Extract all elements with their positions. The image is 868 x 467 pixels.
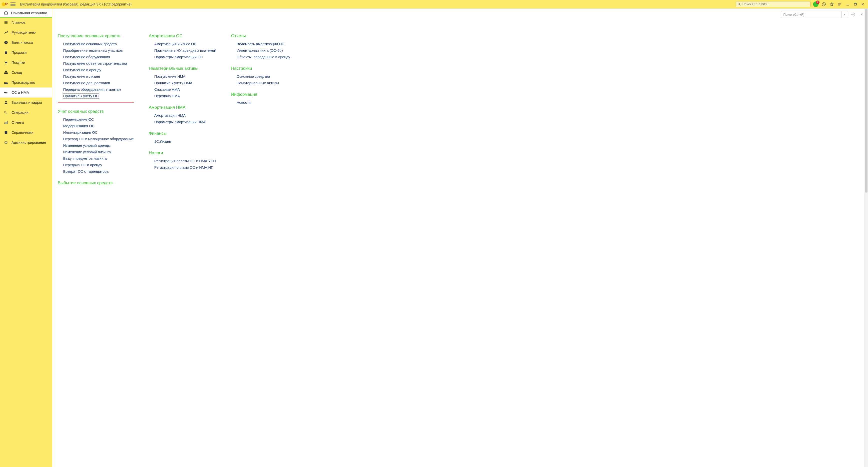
link-item[interactable]: Нематериальные активы xyxy=(237,81,279,85)
close-icon xyxy=(861,2,865,6)
link-list: Основные средстваНематериальные активы xyxy=(231,75,290,85)
link-item[interactable]: Регистрация оплаты ОС и НМА ИП xyxy=(154,166,213,170)
group-heading[interactable]: Информация xyxy=(231,92,290,97)
svg-rect-10 xyxy=(854,3,856,5)
sidebar-item-12[interactable]: Администрирование xyxy=(0,138,52,147)
sidebar-item-8[interactable]: Зарплата и кадры xyxy=(0,97,52,108)
sidebar-item-5[interactable]: Склад xyxy=(0,67,52,78)
link-item[interactable]: Амортизация и износ ОС xyxy=(154,42,196,46)
favorites-button[interactable] xyxy=(829,1,835,7)
svg-rect-20 xyxy=(4,72,6,74)
sidebar-item-9[interactable]: ДтКтОперации xyxy=(0,108,52,117)
svg-text:1С: 1С xyxy=(5,3,8,6)
svg-point-19 xyxy=(7,64,7,64)
svg-rect-29 xyxy=(4,122,5,124)
link-item[interactable]: Списание НМА xyxy=(154,88,180,91)
link-item[interactable]: Амортизация НМА xyxy=(154,114,185,117)
content-scroll[interactable]: Поступление основных средствПоступление … xyxy=(52,8,868,467)
sidebar-item-2[interactable]: ₽Банк и касса xyxy=(0,37,52,48)
link-item[interactable]: Передача ОС в аренду xyxy=(63,163,102,167)
main-menu-icon[interactable] xyxy=(10,1,17,7)
group-heading[interactable]: Финансы xyxy=(149,131,216,136)
global-search-input[interactable] xyxy=(742,2,809,6)
link-item[interactable]: Инвентарная книга (ОС-6б) xyxy=(237,49,283,53)
sidebar-item-4[interactable]: Покупки xyxy=(0,58,52,67)
link-item[interactable]: Поступление объектов строительства xyxy=(63,61,127,65)
svg-text:Кт: Кт xyxy=(6,113,7,114)
link-item[interactable]: Поступление доп. расходов xyxy=(63,81,110,85)
link-item[interactable]: Передача НМА xyxy=(154,94,180,98)
sidebar-item-11[interactable]: Справочники xyxy=(0,127,52,138)
sidebar-item-6[interactable]: Производство xyxy=(0,78,52,88)
group-heading[interactable]: Налоги xyxy=(149,150,216,155)
group-heading[interactable]: Учет основных средств xyxy=(58,109,134,114)
group-heading[interactable]: Настройки xyxy=(231,66,290,71)
group-heading[interactable]: Выбытие основных средств xyxy=(58,180,134,185)
link-item[interactable]: Поступление оборудования xyxy=(63,55,110,59)
ruble-icon: ₽ xyxy=(3,40,8,45)
group-heading[interactable]: Поступление основных средств xyxy=(58,33,134,38)
link-item[interactable]: Изменение условий лизинга xyxy=(63,150,111,154)
link-item[interactable]: Принятие к учету ОС xyxy=(63,94,99,98)
group-heading[interactable]: Отчеты xyxy=(231,33,290,38)
link-item[interactable]: Регистрация оплаты ОС и НМА УСН xyxy=(154,159,216,163)
scrollbar-thumb[interactable] xyxy=(865,9,868,193)
link-item[interactable]: Возврат ОС от арендатора xyxy=(63,170,109,174)
link-item[interactable]: Ведомость амортизации ОС xyxy=(237,42,284,46)
link-item[interactable]: 1С:Лизинг xyxy=(154,140,171,144)
link-item[interactable]: Поступление в лизинг xyxy=(63,75,100,79)
svg-line-3 xyxy=(740,4,741,5)
link-item[interactable]: Признание в НУ арендных платежей xyxy=(154,49,216,53)
factory-icon xyxy=(3,80,8,85)
sidebar-home-label: Начальная страница xyxy=(11,11,47,15)
group-heading[interactable]: Амортизация НМА xyxy=(149,105,216,110)
link-item[interactable]: Передача оборудования в монтаж xyxy=(63,88,121,91)
sidebar-item-label: Отчеты xyxy=(11,120,24,124)
link-item[interactable]: Принятие к учету НМА xyxy=(154,81,192,85)
group-heading[interactable]: Амортизация ОС xyxy=(149,33,216,38)
link-item[interactable]: Инвентаризация ОС xyxy=(63,130,98,135)
sidebar-item-label: Зарплата и кадры xyxy=(11,100,42,105)
link-item[interactable]: Изменение условий аренды xyxy=(63,144,111,147)
group-1-4: НалогиРегистрация оплаты ОС и НМА УСНРег… xyxy=(149,150,216,170)
vertical-scrollbar[interactable] xyxy=(864,8,868,467)
link-item[interactable]: Поступление НМА xyxy=(154,75,185,79)
link-item[interactable]: Новости xyxy=(237,100,251,105)
bag-icon xyxy=(3,50,8,55)
close-window-button[interactable] xyxy=(859,0,867,8)
link-item[interactable]: Перемещение ОС xyxy=(63,117,94,121)
link-item[interactable]: Параметры амортизации НМА xyxy=(154,120,206,124)
link-item[interactable]: Поступление основных средств xyxy=(63,42,117,46)
sidebar-item-0[interactable]: Главное xyxy=(0,18,52,28)
sidebar-home[interactable]: Начальная страница xyxy=(0,8,52,18)
group-heading[interactable]: Нематериальные активы xyxy=(149,66,216,71)
link-list: Амортизация НМАПараметры амортизации НМА xyxy=(149,114,216,124)
svg-point-25 xyxy=(6,93,7,94)
link-item[interactable]: Приобретение земельных участков xyxy=(63,49,123,53)
history-button[interactable] xyxy=(821,1,827,7)
link-item[interactable]: Параметры амортизации ОС xyxy=(154,55,203,59)
sidebar-item-10[interactable]: Отчеты xyxy=(0,117,52,127)
link-item[interactable]: Модернизация ОС xyxy=(63,124,94,128)
restore-button[interactable] xyxy=(851,0,859,8)
notifications-button[interactable]: 2 xyxy=(813,1,818,7)
link-list: Перемещение ОСМодернизация ОСИнвентариза… xyxy=(58,117,134,174)
link-list: Новости xyxy=(231,100,290,105)
minimize-button[interactable] xyxy=(844,0,851,8)
link-item[interactable]: Объекты, переданные в аренду xyxy=(237,55,290,59)
menu-icon xyxy=(3,20,8,25)
sidebar-item-7[interactable]: ОС и НМА xyxy=(0,88,52,97)
sidebar-item-1[interactable]: Руководителю xyxy=(0,28,52,37)
link-item[interactable]: Поступление в аренду xyxy=(63,68,101,72)
global-search[interactable] xyxy=(736,1,810,7)
book-icon xyxy=(3,130,8,135)
content-column-2: ОтчетыВедомость амортизации ОСИнвентарна… xyxy=(231,16,290,189)
person-icon xyxy=(3,100,8,105)
link-item[interactable]: Основные средства xyxy=(237,75,270,79)
sidebar-item-label: Продажи xyxy=(11,51,27,55)
link-item[interactable]: Выкуп предметов лизинга xyxy=(63,156,107,160)
link-item[interactable]: Перевод ОС в малоценное оборудование xyxy=(63,137,134,141)
panel-menu-button[interactable] xyxy=(837,1,842,7)
sidebar-item-3[interactable]: Продажи xyxy=(0,48,52,58)
sidebar-item-label: ОС и НМА xyxy=(11,90,29,94)
